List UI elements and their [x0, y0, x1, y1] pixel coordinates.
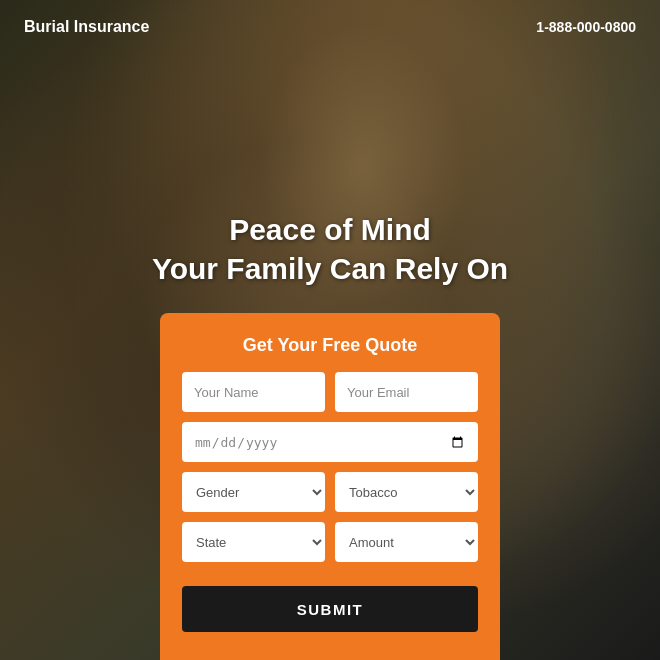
state-amount-row: State AL AK AZ CA FL GA TX Amount $5,000…	[182, 522, 478, 562]
date-input[interactable]	[182, 422, 478, 462]
name-email-row	[182, 372, 478, 412]
state-select[interactable]: State AL AK AZ CA FL GA TX	[182, 522, 325, 562]
submit-button[interactable]: SUBMIT	[182, 586, 478, 632]
hero-section: Burial Insurance 1-888-000-0800 Peace of…	[0, 0, 660, 660]
amount-select[interactable]: Amount $5,000 $10,000 $15,000 $20,000 $2…	[335, 522, 478, 562]
header-phone: 1-888-000-0800	[536, 19, 636, 35]
email-input[interactable]	[335, 372, 478, 412]
gender-tobacco-row: Gender Male Female Tobacco Yes No	[182, 472, 478, 512]
site-logo: Burial Insurance	[24, 18, 149, 36]
tobacco-select[interactable]: Tobacco Yes No	[335, 472, 478, 512]
name-input[interactable]	[182, 372, 325, 412]
date-row	[182, 422, 478, 462]
hero-headline: Peace of Mind Your Family Can Rely On	[152, 210, 508, 288]
hero-text-block: Peace of Mind Your Family Can Rely On	[152, 210, 508, 288]
gender-select[interactable]: Gender Male Female	[182, 472, 325, 512]
site-header: Burial Insurance 1-888-000-0800	[0, 0, 660, 54]
form-title: Get Your Free Quote	[182, 335, 478, 356]
quote-form-card: Get Your Free Quote Gender Male Female T…	[160, 313, 500, 660]
